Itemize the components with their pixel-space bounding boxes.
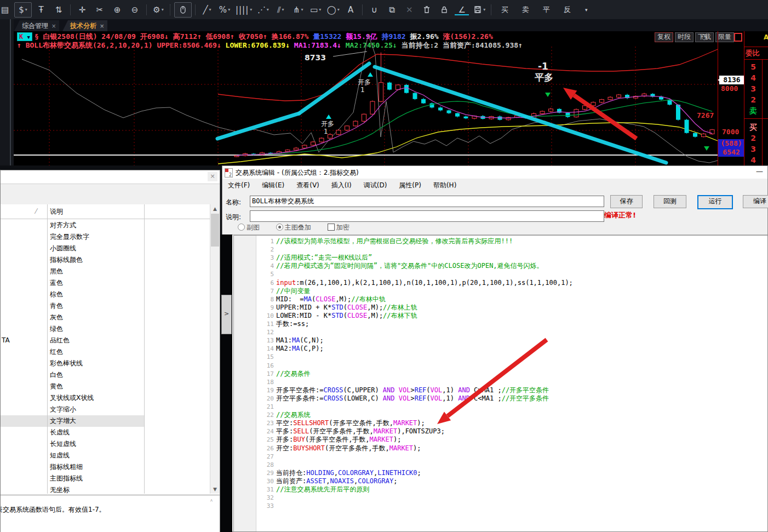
fan-lines-icon-dropdown[interactable]: ▾ (267, 7, 269, 12)
close-position-button[interactable]: 平 (536, 3, 556, 17)
function-list-item[interactable]: 文字增大 (1, 415, 144, 427)
delete-icon[interactable]: ✕ (401, 3, 417, 17)
code-line[interactable]: //交易系统 (276, 411, 310, 419)
close-icon[interactable]: × (208, 172, 217, 181)
trendline-tool-icon-dropdown[interactable]: ▾ (209, 7, 211, 12)
circle-tool-icon-dropdown[interactable]: ▾ (337, 7, 340, 12)
filter-icon[interactable]: Ŧ (33, 3, 49, 17)
angle-icon[interactable]: ∠ (454, 3, 470, 17)
code-line[interactable]: //适用模式:“走完一根K线以后” (276, 254, 372, 262)
pitchfork-icon-dropdown[interactable]: ▾ (301, 7, 303, 12)
pitchfork-icon[interactable]: ⋔▾ (290, 3, 306, 17)
function-table[interactable]: / 说明 对齐方式完全显示数字小圆圈线指标线颜色黑色蓝色棕色青色灰色绿色TA品红… (1, 204, 220, 494)
function-list-item[interactable]: 完全显示数字 (1, 231, 209, 243)
tab-close-icon[interactable]: × (51, 23, 56, 29)
vertical-lines-icon[interactable]: ||||▾ (234, 3, 254, 17)
parallel-lines-icon[interactable]: ⫽▾ (272, 3, 289, 17)
dialog-button-回测[interactable]: 回测 (654, 195, 686, 208)
code-line[interactable]: input:m(26,1,100,1),k(2,1,100,1),n(10,1,… (276, 279, 573, 287)
code-line[interactable]: //注意交易系统先开后平的原则 (276, 485, 369, 494)
candlestick-chart[interactable]: K ▼§ 白银2508(日线) 24/08/09 开6908↓ 高7112↑ 低… (14, 31, 768, 165)
scrollbar-thumb[interactable] (211, 214, 219, 247)
menu-帮助[interactable]: 帮助(H) (433, 181, 456, 190)
minimize-icon[interactable]: — (756, 167, 763, 175)
function-list-item[interactable]: 小圆圈线 (1, 243, 209, 254)
code-line[interactable]: 当前持仓:HOLDING,COLORGRAY,LINETHICK0; (276, 469, 421, 477)
function-list-item[interactable]: 指标线粗细 (1, 461, 209, 473)
sell-button[interactable]: 卖 (515, 3, 535, 17)
code-line[interactable]: 开空:BUYSHORT(开空平多条件,手数,MARKET); (276, 444, 421, 453)
tab-close-icon[interactable]: × (100, 23, 104, 29)
function-list-item[interactable]: 黑色 (1, 266, 209, 277)
code-line[interactable]: 开多:BUY(开多平空条件,手数,MARKET); (276, 436, 401, 444)
buy-button[interactable]: 买 (495, 3, 514, 17)
percent-line-icon-dropdown[interactable]: ▾ (228, 7, 230, 12)
code-line[interactable]: 平多:SELL(开空平多条件,手数,MARKET),FONTSZUP3; (276, 427, 445, 436)
function-list-item[interactable]: 红色 (1, 346, 209, 358)
code-line[interactable]: MA2:MA(C,P); (276, 345, 324, 353)
sort-icon[interactable]: ⇅ (50, 3, 67, 17)
code-line[interactable]: 开空平多条件:=CROSS(LOWER,C) AND VOL>REF(VOL,1… (276, 394, 549, 403)
menu-编辑[interactable]: 编辑(E) (262, 181, 284, 190)
function-list-item[interactable]: 叉状线或X状线 (1, 392, 209, 404)
code-line[interactable]: //交易条件 (276, 370, 310, 378)
code-line[interactable]: 手数:=ss; (276, 320, 309, 328)
gear-icon-dropdown[interactable]: ▾ (162, 7, 164, 12)
zoom-in-icon[interactable]: ⊕ (109, 3, 125, 17)
function-list-scrollbar[interactable]: ▲ ▼ (210, 204, 220, 494)
trade-more-dropdown[interactable]: ▾ (578, 3, 594, 17)
mouse-icon[interactable] (174, 2, 192, 18)
function-list-item[interactable]: 长虚线 (1, 427, 209, 438)
move-icon[interactable]: ✛ (74, 3, 90, 17)
help-scroll-up-icon[interactable]: ＾ (209, 497, 214, 505)
scroll-down-icon[interactable]: ▼ (210, 485, 220, 494)
function-list-item[interactable]: 长短虚线 (1, 438, 209, 450)
function-list-item[interactable]: 主图指标线 (1, 473, 209, 484)
function-list-item[interactable]: 绿色 (1, 323, 209, 335)
code-line[interactable]: //若用户模式选为“固定时间间隔”，请将"交易条件"中的CLOSE改为OPEN,… (276, 262, 543, 270)
menu-属性[interactable]: 属性(P) (399, 181, 421, 190)
function-list-item[interactable]: 灰色 (1, 312, 209, 323)
scroll-up-icon[interactable]: ▲ (210, 204, 220, 213)
tab-technical[interactable]: 技术分析× (62, 20, 107, 31)
function-list-item[interactable]: TA品红色 (1, 335, 209, 346)
dialog-button-运行[interactable]: 运行 (697, 195, 733, 209)
parallel-lines-icon-dropdown[interactable]: ▾ (282, 7, 284, 12)
menu-文件[interactable]: 文件(F) (228, 181, 250, 190)
document-icon[interactable]: ▤ (0, 3, 13, 17)
function-list-titlebar[interactable]: × (1, 170, 220, 184)
function-list-item[interactable]: 无坐标 (1, 484, 209, 496)
code-line[interactable]: LOWER:MID - K*STD(CLOSE,M);//布林下轨 (276, 312, 417, 320)
function-list-item[interactable]: 短虚线 (1, 450, 209, 461)
function-list-item[interactable]: 文字缩小 (1, 404, 209, 415)
gear-icon[interactable]: ⚙▾ (150, 3, 167, 17)
code-area[interactable]: 1//该模型为简单示范模型，用户需根据自己交易经验，修改完善后再实际应用!!!2… (256, 236, 767, 531)
magnet-icon[interactable]: ∪ (366, 3, 382, 17)
function-list-item[interactable]: 棕色 (1, 289, 209, 300)
expand-panel-button[interactable]: > (221, 295, 232, 334)
code-line[interactable]: //中间变量 (276, 287, 310, 295)
reverse-button[interactable]: 反 (557, 3, 577, 17)
function-list-item[interactable]: 彩色棒状线 (1, 358, 209, 369)
zoom-out-icon[interactable]: ⊖ (127, 3, 143, 17)
rectangle-tool-icon-dropdown[interactable]: ▾ (319, 7, 321, 12)
dialog-button-保存[interactable]: 保存 (610, 195, 643, 208)
trash-icon[interactable] (419, 3, 435, 17)
code-line[interactable]: MA1:MA(C,N); (276, 336, 324, 345)
code-line[interactable]: 开多平空条件:=CROSS(C,UPPER) AND VOL>REF(VOL,1… (276, 386, 549, 394)
function-list-item[interactable]: 蓝色 (1, 277, 209, 289)
lock-icon[interactable] (436, 3, 452, 17)
price-tool-button[interactable]: $▾ (14, 2, 32, 18)
description-column-header[interactable]: 说明 (50, 207, 63, 216)
code-editor[interactable]: 1//该模型为简单示范模型，用户需根据自己交易经验，修改完善后再实际应用!!!2… (233, 235, 767, 531)
code-line[interactable]: MID: =MA(CLOSE,M);//布林中轨 (276, 295, 386, 304)
mainchart-overlay-radio[interactable]: 主图叠加 (276, 224, 311, 231)
tab-manage[interactable]: 综合管理× (14, 20, 59, 31)
text-tool-icon[interactable]: A (342, 3, 359, 17)
function-list-item[interactable]: 对齐方式 (1, 220, 209, 231)
circle-tool-icon[interactable]: ◯▾ (325, 3, 341, 17)
menu-查看[interactable]: 查看(V) (296, 181, 319, 190)
menu-调试[interactable]: 调试(D) (364, 181, 387, 190)
dialog-button-编译[interactable]: 编译 (743, 195, 768, 208)
function-list-item[interactable]: 青色 (1, 300, 209, 312)
